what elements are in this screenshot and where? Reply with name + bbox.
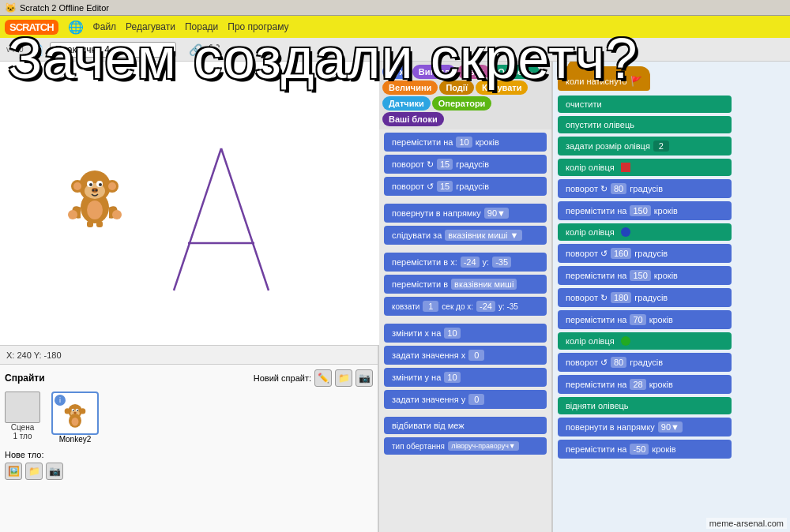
block-turn-cw[interactable]: поворот ↻ 15 градусів [384, 155, 547, 174]
app-icon: 🐱 [5, 2, 17, 13]
menu-file[interactable]: Файл [93, 21, 117, 32]
svg-point-27 [77, 410, 78, 411]
script-turn-ccw-160[interactable]: поворот ↺ 160 градусів [558, 244, 732, 263]
menu-tips[interactable]: Поради [185, 21, 218, 32]
script-pen-size[interactable]: задати розмір олівця 2 [558, 137, 732, 155]
app-title: Scratch 2 Offline Editor [20, 3, 109, 13]
script-pen-color-1[interactable]: колір олівця [558, 159, 732, 176]
share-icon[interactable]: 🔗 [189, 43, 202, 56]
script-move-neg50[interactable]: перемістити на -50 кроків [558, 440, 732, 459]
script-turn-cw-80[interactable]: поворот ↻ 80 градусів [558, 179, 732, 198]
cat-sound[interactable]: Звук [457, 65, 490, 79]
script-pen-up[interactable]: відняти олівець [558, 397, 732, 414]
new-sprite-area: Новий спрайт: ✏️ 📁 📷 [254, 369, 373, 387]
monkey-sprite-thumb: i [51, 392, 99, 435]
titlebar: 🐱 Scratch 2 Offline Editor [0, 0, 790, 16]
coords-bar: X: 240 Y: -180 [0, 346, 378, 365]
script-move-70[interactable]: перемістити на 70 кроків [558, 310, 732, 329]
block-follow[interactable]: слідувати за вказівник миші ▼ [384, 226, 547, 245]
paint-sprite-button[interactable]: ✏️ [314, 369, 332, 387]
category-tabs: Рух Вигляд Звук Олівець Величини Події К… [379, 62, 551, 129]
script-panel: коли натиснуто 🚩 очистити опустити оліве… [553, 62, 790, 532]
stage-canvas [0, 62, 379, 346]
svg-point-15 [112, 210, 122, 219]
block-set-y[interactable]: задати значення у 0 [384, 390, 547, 409]
block-goto-xy[interactable]: перемістити в х: -24 у: -35 [384, 253, 547, 272]
version-label: v460 [6, 45, 24, 54]
import-sprite-button[interactable]: 📁 [335, 369, 352, 387]
cat-motion[interactable]: Рух [382, 65, 411, 79]
blocks-list: перемістити на 10 кроків поворот ↻ 15 гр… [379, 129, 551, 532]
cat-pen[interactable]: Олівець [491, 65, 540, 79]
svg-point-26 [73, 410, 74, 411]
paint-bg-button[interactable]: 🖼️ [5, 463, 22, 480]
sprite-info-icon[interactable]: i [55, 395, 66, 406]
import-bg-button[interactable]: 📁 [25, 463, 43, 480]
projectbar: v460 📄 🔗 ⛶ [0, 38, 790, 62]
globe-icon: 🌐 [68, 20, 84, 35]
cat-sensing[interactable]: Датчики [382, 96, 431, 111]
camera-sprite-button[interactable]: 📷 [356, 369, 373, 387]
watermark: meme-arsenal.com [706, 518, 787, 529]
script-move-28[interactable]: перемістити на 28 кроків [558, 375, 732, 394]
script-point-90[interactable]: повернути в напрямку 90▼ [558, 418, 732, 436]
scene-label: Сцена [11, 423, 34, 432]
script-turn-ccw-80[interactable]: поворот ↺ 80 градусів [558, 353, 732, 372]
block-change-y[interactable]: змінити у на 10 [384, 368, 547, 387]
svg-point-5 [89, 183, 92, 186]
menu-about[interactable]: Про програму [228, 21, 288, 32]
script-pen-color-3[interactable]: колір олівця [558, 332, 732, 350]
cat-events[interactable]: Події [439, 81, 474, 95]
camera-bg-button[interactable]: 📷 [46, 463, 63, 480]
block-move[interactable]: перемістити на 10 кроків [384, 133, 547, 152]
cat-operators[interactable]: Оператори [432, 96, 492, 111]
scratch-logo: SCRATCH [5, 20, 58, 35]
svg-rect-18 [96, 221, 103, 227]
sprites-list: Сцена 1 тло i [5, 392, 373, 444]
script-move-150-1[interactable]: перемістити на 150 кроків [558, 201, 732, 220]
scene-item[interactable]: Сцена 1 тло [5, 392, 40, 444]
script-when-flag[interactable]: коли натиснуто 🚩 [558, 66, 650, 91]
new-background-area: Нове тло: 🖼️ 📁 📷 [5, 450, 373, 480]
block-rotation-style[interactable]: тип обертання ліворуч-праворуч▼ [384, 437, 547, 455]
blocks-panel: Рух Вигляд Звук Олівець Величини Події К… [379, 62, 553, 532]
svg-point-29 [80, 408, 85, 414]
new-bg-label: Нове тло: [5, 450, 373, 459]
script-pen-down[interactable]: опустити олівець [558, 116, 732, 133]
project-name-input[interactable] [50, 42, 176, 58]
cat-data[interactable]: Величини [382, 81, 438, 95]
svg-point-10 [108, 182, 116, 190]
block-bounce[interactable]: відбивати від меж [384, 417, 547, 434]
svg-line-20 [221, 148, 269, 290]
script-turn-cw-180[interactable]: поворот ↻ 180 градусів [558, 288, 732, 307]
script-pen-color-2[interactable]: колір олівця [558, 223, 732, 241]
monkey-sprite-item[interactable]: i [51, 392, 99, 444]
block-set-x[interactable]: задати значення х 0 [384, 346, 547, 365]
new-bg-buttons: 🖼️ 📁 📷 [5, 463, 373, 480]
svg-line-19 [174, 148, 221, 290]
block-turn-ccw[interactable]: поворот ↺ 15 градусів [384, 177, 547, 196]
svg-point-6 [99, 183, 102, 186]
svg-rect-17 [87, 221, 93, 227]
cat-control[interactable]: Керувати [476, 81, 528, 95]
block-point-dir[interactable]: повернути в напрямку 90▼ [384, 204, 547, 223]
block-change-x[interactable]: змінити х на 10 [384, 324, 547, 343]
main-area: X: 240 Y: -180 Спрайти Новий спрайт: ✏️ … [0, 62, 790, 532]
sprites-area: Спрайти Новий спрайт: ✏️ 📁 📷 Сцена 1 тло [0, 365, 378, 532]
svg-point-28 [65, 408, 70, 414]
new-sprite-label: Новий спрайт: [254, 373, 311, 383]
svg-point-16 [87, 200, 103, 219]
script-clear[interactable]: очистити [558, 96, 732, 113]
fullscreen-icon[interactable]: ⛶ [209, 43, 220, 56]
sprite-name: Monkey2 [59, 435, 92, 444]
coords-text: X: 240 Y: -180 [6, 350, 62, 360]
cat-looks[interactable]: Вигляд [412, 65, 456, 79]
cat-more[interactable]: Ваші блоки [382, 112, 444, 126]
sprites-title: Спрайти [5, 373, 45, 384]
menu-edit[interactable]: Редагувати [126, 21, 175, 32]
letter-a-drawing [158, 140, 284, 298]
block-glide[interactable]: ковзати 1 сек до х: -24 у: -35 [384, 297, 547, 316]
svg-point-13 [96, 189, 98, 192]
script-move-150-2[interactable]: перемістити на 150 кроків [558, 266, 732, 285]
block-goto-ptr[interactable]: перемістити в вказівник миші [384, 275, 547, 294]
